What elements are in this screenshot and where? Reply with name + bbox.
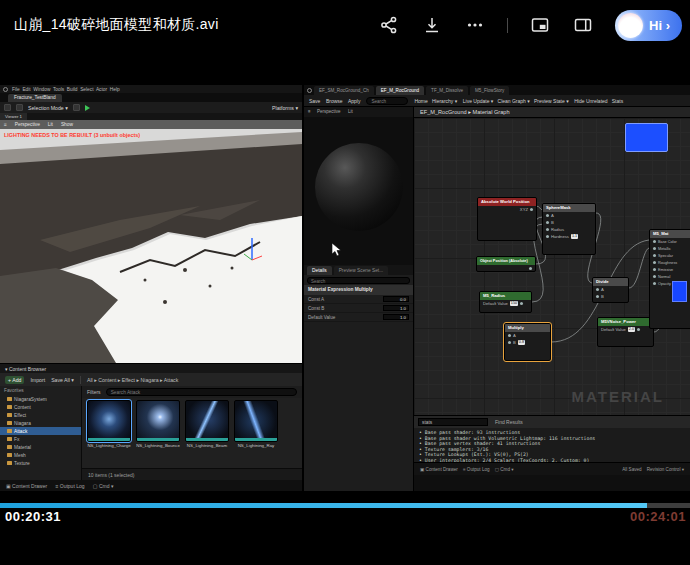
total-time: 00:24:01 [630,509,686,524]
details-row: Const A0.0 [304,295,413,304]
m5-radius-param-node: M5_Radius Default Value150 [479,291,532,313]
input-pin [546,221,549,224]
assistant-label: Hi › [649,18,670,33]
material-preview-viewport [304,117,413,265]
output-pin [520,302,523,305]
details-search-bar: Search [304,275,413,285]
mouse-cursor [332,243,342,257]
asset-tile: NS_Lightning_Beam [185,400,229,468]
input-pin [546,235,549,238]
value-box: 150 [510,301,518,306]
niagara-thumbnail [136,400,180,442]
download-icon[interactable] [421,14,443,36]
details-section-header: Material Expression Multiply [304,285,413,295]
window-tab-active: EF_M_RocGround [376,86,424,95]
terrain-scene [0,120,302,363]
folder-row: Material [0,443,81,451]
material-output-node: M5_Mat Base Color Metallic Specular Roug… [649,229,690,329]
pip-icon[interactable] [529,14,551,36]
player-header: 山崩_14破碎地面模型和材质.avi [0,0,690,50]
asset-tile: NS_Lightning_Charge [87,400,131,468]
input-pin [546,228,549,231]
object-position-node: Object Position (Absolute) [476,256,536,272]
filters-button: Filters [87,389,101,395]
filter-bar: Filters Search Attack [82,386,302,398]
niagara-thumbnail [234,400,278,442]
input-pin [653,247,656,250]
toolbar-separator [80,376,81,384]
assistant-button[interactable]: Hi › [615,10,682,41]
preview-sphere [315,143,403,231]
toolbar-search-input: Search [366,97,408,105]
more-icon[interactable] [464,14,486,36]
header-divider [507,18,508,33]
niagara-thumbnail [87,400,131,442]
status-bar-items: ▣ Content Drawer ≡ Output Log ▢ Cmd ▾ [6,483,113,489]
absolute-world-position-node: Absolute World Position XYZ [477,197,537,241]
seek-bar[interactable] [0,503,690,508]
platforms-dropdown: Platforms ▾ [272,105,298,111]
blue-color-swatch [672,281,687,302]
header-actions: Hi › [378,10,682,41]
value-box: 0.8 [518,340,525,345]
viewport-tab-bar: Viewer 1 [0,113,302,120]
divide-node: Divide A B [592,277,629,303]
folder-icon [7,461,12,465]
window-tab: M5_FlowStory [470,86,509,95]
window-tab-bar: EF_SM_RocGround_Ch EF_M_RocGround TF_M_D… [304,85,690,95]
folder-icon [7,413,12,417]
folder-row: Mesh [0,451,81,459]
folder-icon [7,429,12,433]
niagara-thumbnail [185,400,229,442]
m5-noise-power-param-node: M5VNoise_Power Default Value2.0 [597,317,654,347]
folder-row: Fx [0,435,81,443]
ue-material-editor-window: EF_SM_RocGround_Ch EF_M_RocGround TF_M_D… [304,85,690,491]
seek-bar-fill [0,503,647,508]
status-left: ▣ Content Drawer ≡ Output Log ▢ Cmd ▾ [420,467,514,472]
material-node-graph: Absolute World Position XYZ SphereMask A… [414,118,690,415]
share-icon[interactable] [378,14,400,36]
folder-icon [7,445,12,449]
assistant-avatar [618,13,643,38]
editor-status-bar: ▣ Content Drawer ≡ Output Log ▢ Cmd ▾ [0,480,302,491]
add-button: + Add [5,376,24,384]
output-pin [530,208,533,211]
asset-search-input: Search Attack [106,388,297,396]
window-tab: TF_M_Dissolve [426,86,468,95]
viewport-tab: Viewer 1 [0,113,27,120]
folder-row: NiagaraSystem [0,395,81,403]
favorites-label: Favorites [0,387,81,395]
video-title: 山崩_14破碎地面模型和材质.avi [14,16,219,34]
material-graph-breadcrumb: EF_M_RocGround ▸ Material Graph [414,107,690,118]
video-surface[interactable]: File Edit Window Tools Build Select Acto… [0,50,690,503]
details-tab-bar: Details Preview Scene Set... [304,265,413,275]
value-field: 0.0 [383,296,409,302]
save-icon [4,104,11,111]
viewport-mode-buttons: ≡ Perspective Lit Show [4,122,73,127]
theater-mode-icon[interactable] [572,14,594,36]
tab-details: Details [307,266,332,275]
viewport-toolbar: ≡ Perspective Lit Show [0,120,302,129]
lighting-warning-text: LIGHTING NEEDS TO BE REBUILT (3 unbuilt … [4,132,140,138]
window-tab: EF_SM_RocGround_Ch [314,86,374,95]
value-box: 2.0 [628,327,635,332]
material-left-panel: ≡ Perspective Lit Details Preview Scene … [304,107,414,491]
material-stats-panel: stats Find Results • Base pass shader: 9… [414,415,690,462]
ue-level-editor-window: File Edit Window Tools Build Select Acto… [0,85,302,491]
input-pin [596,288,599,291]
folder-icon [7,437,12,441]
material-watermark: MATERIAL [572,388,664,405]
unreal-logo-icon [3,87,8,92]
modes-icon [16,104,23,111]
shader-stats-lines: • Base pass shader: 93 instructions • Ba… [414,428,690,464]
output-pin [637,328,640,331]
input-pin [653,254,656,257]
level-tab: Fracture_TestBland [8,94,62,102]
save-all-button: Save All ▾ [51,377,74,383]
folder-row: Effect [0,411,81,419]
content-browser-title: ▾ Content Browser [5,366,46,372]
output-pin [529,267,532,270]
input-pin [653,275,656,278]
color-constant-node [625,123,668,152]
level-tab-bar: Fracture_TestBland [0,93,302,102]
